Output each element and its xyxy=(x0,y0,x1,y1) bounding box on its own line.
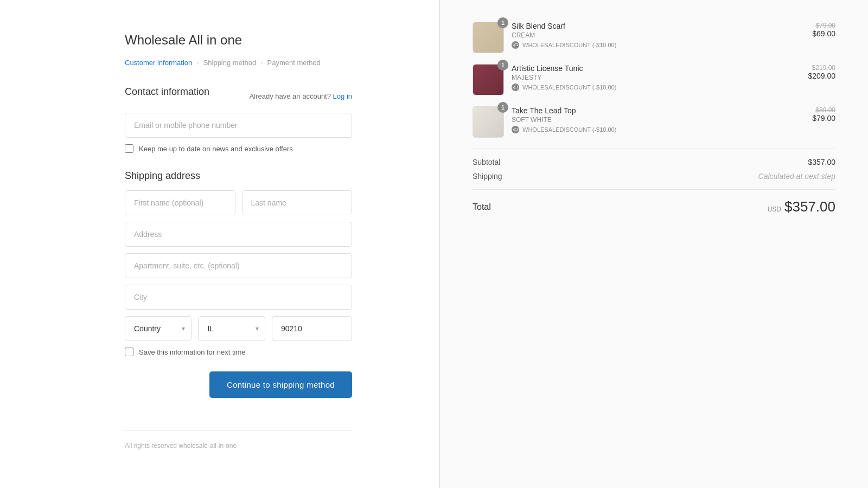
item-name: Artistic License Tunic xyxy=(512,64,800,73)
country-select-wrapper: Country ▾ xyxy=(125,316,192,341)
order-item: 1 Artistic License Tunic MAJESTY 🏷 WHOLE… xyxy=(473,64,835,95)
save-info-checkbox[interactable] xyxy=(125,348,133,356)
breadcrumb-sep1: › xyxy=(196,59,199,67)
shipping-value: Calculated at next step xyxy=(758,172,835,181)
item-details: Artistic License Tunic MAJESTY 🏷 WHOLESA… xyxy=(512,64,800,91)
apartment-input-row xyxy=(125,253,352,278)
order-items-list: 1 Silk Blend Scarf CREAM 🏷 WHOLESALEDISC… xyxy=(473,22,835,138)
login-prompt: Already have an account? Log in xyxy=(250,92,352,100)
item-discount: 🏷 WHOLESALEDISCOUNT (-$10.00) xyxy=(512,126,805,133)
country-select[interactable]: Country xyxy=(125,316,192,341)
original-price: $219.00 xyxy=(808,64,835,72)
apartment-input[interactable] xyxy=(125,253,352,278)
discount-icon: 🏷 xyxy=(512,41,519,49)
shipping-address-title: Shipping address xyxy=(125,170,352,182)
subtotal-row: Subtotal $357.00 xyxy=(473,158,835,166)
left-panel: Wholesale All in one Customer informatio… xyxy=(0,0,439,488)
breadcrumb: Customer information › Shipping method ›… xyxy=(125,59,352,67)
discount-code: WHOLESALEDISCOUNT (-$10.00) xyxy=(522,42,616,48)
item-image-wrap: 1 xyxy=(473,106,504,138)
state-select[interactable]: IL xyxy=(198,316,265,341)
save-info-label[interactable]: Save this information for next time xyxy=(139,348,246,356)
item-discount: 🏷 WHOLESALEDISCOUNT (-$10.00) xyxy=(512,84,800,91)
save-info-row: Save this information for next time xyxy=(125,348,352,356)
sale-price: $69.00 xyxy=(812,29,835,38)
sale-price: $209.00 xyxy=(808,72,835,80)
shipping-row: Shipping Calculated at next step xyxy=(473,172,835,181)
last-name-input[interactable] xyxy=(242,190,353,215)
newsletter-label[interactable]: Keep me up to date on news and exclusive… xyxy=(139,145,293,153)
item-quantity-badge: 1 xyxy=(497,102,508,113)
discount-code: WHOLESALEDISCOUNT (-$10.00) xyxy=(522,126,616,133)
subtotal-value: $357.00 xyxy=(808,158,835,166)
discount-code: WHOLESALEDISCOUNT (-$10.00) xyxy=(522,84,616,91)
breadcrumb-step1[interactable]: Customer information xyxy=(125,59,192,67)
item-details: Take The Lead Top SOFT WHITE 🏷 WHOLESALE… xyxy=(512,106,805,133)
right-panel: 1 Silk Blend Scarf CREAM 🏷 WHOLESALEDISC… xyxy=(439,0,868,488)
order-item: 1 Take The Lead Top SOFT WHITE 🏷 WHOLESA… xyxy=(473,106,835,138)
shipping-label: Shipping xyxy=(473,172,502,181)
email-input[interactable] xyxy=(125,113,352,138)
item-name: Take The Lead Top xyxy=(512,106,805,115)
original-price: $79.00 xyxy=(812,22,835,29)
item-variant: MAJESTY xyxy=(512,74,800,81)
sale-price: $79.00 xyxy=(812,114,835,123)
item-pricing: $79.00 $69.00 xyxy=(812,22,835,38)
store-title: Wholesale All in one xyxy=(125,33,352,48)
country-state-zip-row: Country ▾ IL ▾ xyxy=(125,316,352,341)
subtotal-label: Subtotal xyxy=(473,158,500,166)
item-variant: CREAM xyxy=(512,31,805,39)
continue-button[interactable]: Continue to shipping method xyxy=(209,371,352,398)
item-details: Silk Blend Scarf CREAM 🏷 WHOLESALEDISCOU… xyxy=(512,22,805,49)
newsletter-checkbox[interactable] xyxy=(125,144,133,153)
item-pricing: $89.00 $79.00 xyxy=(812,106,835,123)
name-row xyxy=(125,190,352,215)
already-account-text: Already have an account? xyxy=(250,92,331,100)
summary-divider xyxy=(473,149,835,149)
discount-icon: 🏷 xyxy=(512,126,519,133)
order-item: 1 Silk Blend Scarf CREAM 🏷 WHOLESALEDISC… xyxy=(473,22,835,53)
login-link[interactable]: Log in xyxy=(333,92,352,100)
shipping-address-section: Shipping address Country ▾ IL xyxy=(125,170,352,398)
total-amount: USD $357.00 xyxy=(768,198,835,215)
breadcrumb-step3: Payment method xyxy=(267,59,321,67)
total-divider xyxy=(473,189,835,190)
state-select-wrapper: IL ▾ xyxy=(198,316,265,341)
discount-icon: 🏷 xyxy=(512,84,519,91)
item-image-wrap: 1 xyxy=(473,22,504,53)
newsletter-row: Keep me up to date on news and exclusive… xyxy=(125,144,352,153)
item-quantity-badge: 1 xyxy=(497,60,508,70)
city-input-row xyxy=(125,285,352,310)
zip-input[interactable] xyxy=(272,316,352,341)
total-value: $357.00 xyxy=(784,198,835,215)
total-label: Total xyxy=(473,202,491,212)
total-row: Total USD $357.00 xyxy=(473,198,835,215)
item-quantity-badge: 1 xyxy=(497,17,508,28)
city-input[interactable] xyxy=(125,285,352,310)
footer-text: All rights reserved wholesale-all-in-one xyxy=(125,442,237,450)
address-input[interactable] xyxy=(125,222,352,247)
total-currency: USD xyxy=(768,206,781,213)
first-name-input[interactable] xyxy=(125,190,235,215)
footer: All rights reserved wholesale-all-in-one xyxy=(125,431,352,450)
address-input-row xyxy=(125,222,352,247)
breadcrumb-step2: Shipping method xyxy=(203,59,257,67)
breadcrumb-sep2: › xyxy=(260,59,263,67)
item-image-wrap: 1 xyxy=(473,64,504,95)
item-name: Silk Blend Scarf xyxy=(512,22,805,30)
contact-section-title: Contact information xyxy=(125,86,209,98)
item-variant: SOFT WHITE xyxy=(512,116,805,124)
zip-input-wrapper xyxy=(272,316,352,341)
email-input-row xyxy=(125,113,352,138)
original-price: $89.00 xyxy=(812,106,835,114)
item-discount: 🏷 WHOLESALEDISCOUNT (-$10.00) xyxy=(512,41,805,49)
item-pricing: $219.00 $209.00 xyxy=(808,64,835,80)
contact-section-header: Contact information Already have an acco… xyxy=(125,86,352,106)
